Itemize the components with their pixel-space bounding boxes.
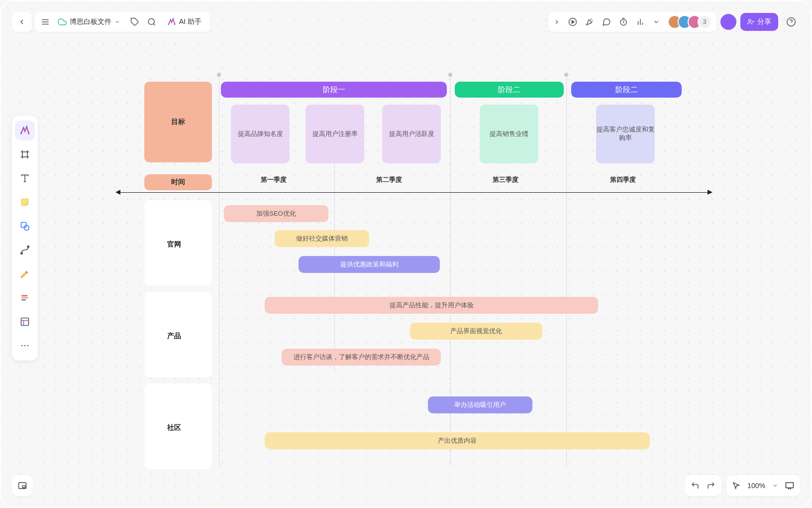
phase-label: 阶段一: [323, 85, 345, 95]
task-bar[interactable]: 举办活动吸引用户: [428, 396, 532, 413]
phase-header[interactable]: 阶段二: [455, 82, 564, 98]
sticky-note[interactable]: 提高销售业绩: [480, 105, 538, 163]
task-bar[interactable]: 提供优惠政策和福利: [299, 256, 440, 273]
time-header-box[interactable]: 时间: [144, 174, 212, 190]
time-header-label: 时间: [171, 178, 185, 187]
task-bar[interactable]: 做好社交媒体营销: [275, 230, 369, 247]
sticky-note[interactable]: 提高用户活跃度: [382, 105, 441, 163]
arrow-left-icon: [115, 190, 120, 195]
guide-knob: [448, 73, 452, 77]
quarter-label: 第四季度: [610, 175, 636, 184]
guide-line: [566, 76, 567, 466]
row-label: 社区: [167, 423, 181, 432]
phase-label: 阶段二: [498, 85, 520, 95]
guide-line: [219, 76, 219, 466]
goal-header-box[interactable]: 目标: [144, 82, 212, 162]
task-bar[interactable]: 加强SEO优化: [224, 205, 328, 222]
canvas[interactable]: 目标 阶段一 阶段二 阶段二 提高品牌知名度 提高用户注册率 提高用户活跃度 提…: [0, 0, 812, 508]
row-label: 产品: [167, 332, 181, 341]
task-bar[interactable]: 产品界面视觉优化: [410, 323, 542, 340]
task-bar[interactable]: 产出优质内容: [265, 432, 650, 449]
arrow-right-icon: [708, 190, 712, 195]
guide-knob: [564, 73, 568, 77]
quarter-label: 第三季度: [493, 175, 518, 184]
task-bar[interactable]: 提高产品性能，提升用户体验: [265, 297, 598, 314]
guide-knob: [217, 73, 221, 77]
sticky-note[interactable]: 提高用户注册率: [305, 105, 364, 163]
timeline-axis: [120, 192, 708, 193]
sticky-note[interactable]: 提高品牌知名度: [231, 105, 290, 163]
phase-label: 阶段二: [615, 85, 638, 95]
row-label: 官网: [167, 240, 181, 249]
quarter-label: 第一季度: [261, 175, 287, 184]
sticky-note[interactable]: 提高客户忠诚度和复购率: [596, 105, 655, 163]
phase-header[interactable]: 阶段二: [571, 82, 682, 98]
goal-header-label: 目标: [171, 118, 185, 127]
phase-header[interactable]: 阶段一: [221, 82, 447, 98]
quarter-label: 第二季度: [376, 175, 402, 184]
task-bar[interactable]: 进行客户访谈，了解客户的需求并不断优化产品: [282, 349, 441, 366]
